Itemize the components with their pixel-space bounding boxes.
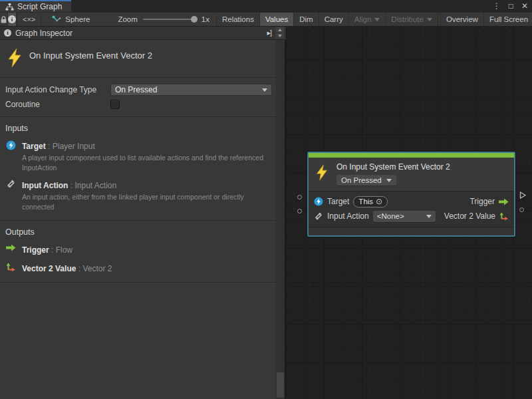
values-button[interactable]: Values <box>260 13 294 26</box>
target-input-port[interactable] <box>297 195 302 200</box>
graph-reference[interactable]: Sphere <box>41 13 100 26</box>
node-row-inputaction-vector2: Input Action <None> Vector 2 Value <box>314 209 509 223</box>
window-maximize-icon[interactable]: □ <box>507 1 515 11</box>
node-title-block: On Input System Event Vector 2 <box>0 40 277 78</box>
io-name: Vector 2 Value <box>22 264 76 273</box>
inspector-header: i Graph Inspector ▸] <box>0 27 286 40</box>
chevron-down-icon <box>374 18 380 21</box>
relations-button[interactable]: Relations <box>217 13 260 26</box>
tab-label: Script Graph <box>17 2 62 11</box>
zoom-slider-knob[interactable] <box>191 16 198 23</box>
list-item: Trigger : Flow <box>5 243 272 255</box>
flow-arrow-icon <box>499 198 509 205</box>
target-port-label: Target <box>327 197 349 206</box>
target-object-field[interactable]: This ⊙ <box>353 196 388 207</box>
input-action-port-label: Input Action <box>327 211 369 221</box>
tab-script-graph[interactable]: Script Graph <box>0 0 71 12</box>
code-view-icon: <×> <box>23 15 35 23</box>
dock-panel-icon[interactable]: ▸] <box>267 29 271 37</box>
player-input-icon <box>6 140 16 172</box>
io-description: An input action, either from the linked … <box>22 192 272 211</box>
object-picker-icon[interactable]: ⊙ <box>376 198 382 205</box>
flow-arrow-icon <box>6 244 16 255</box>
inspector-header-label: Graph Inspector <box>15 29 72 38</box>
outputs-header: Outputs <box>5 227 272 237</box>
node-accent-bar <box>309 153 514 158</box>
vector2-port-label: Vector 2 Value <box>444 211 495 221</box>
info-icon: i <box>8 15 16 23</box>
vector2-output-port[interactable] <box>519 207 524 212</box>
port-circle-icon <box>297 195 302 200</box>
full-screen-button[interactable]: Full Screen <box>484 13 532 26</box>
chevron-down-icon <box>426 215 432 218</box>
change-type-label: Input Action Change Type <box>5 85 110 94</box>
node-header[interactable]: On Input System Event Vector 2 On Presse… <box>309 158 514 192</box>
distribute-button: Distribute <box>386 13 438 26</box>
scroll-down-button[interactable] <box>275 33 284 39</box>
change-type-value: On Pressed <box>115 85 157 94</box>
port-circle-icon <box>297 209 302 213</box>
node-settings-block: Input Action Change Type On Pressed Coro… <box>0 78 277 117</box>
list-item: Target : Player Input A player input com… <box>5 140 272 172</box>
port-triangle-icon <box>519 191 527 200</box>
graph-node-icon <box>52 15 61 23</box>
io-name: Input Action <box>22 181 68 190</box>
trigger-output-port[interactable] <box>519 191 527 200</box>
graph-canvas[interactable]: On Input System Event Vector 2 On Presse… <box>286 27 532 399</box>
zoom-value: 1x <box>201 15 209 23</box>
lock-button[interactable] <box>0 13 8 26</box>
inspector-toggle-button[interactable]: i <box>8 13 17 26</box>
overview-button[interactable]: Overview <box>440 13 484 26</box>
toolbar-right-group: Relations Values Dim Carry Align Distrib… <box>216 13 532 26</box>
input-action-input-port[interactable] <box>297 209 302 213</box>
change-type-dropdown[interactable]: On Pressed <box>110 84 272 96</box>
carry-button[interactable]: Carry <box>319 13 349 26</box>
window-menu-icon[interactable]: ⋮ <box>491 1 502 11</box>
zoom-control: Zoom 1x <box>100 13 216 26</box>
node-ports-area: Target This ⊙ Trigger <box>309 192 514 227</box>
toolbar: i <×> Sphere Zoom 1x Relat <box>0 12 532 27</box>
io-name: Trigger <box>22 245 49 255</box>
scroll-up-button[interactable] <box>275 27 284 33</box>
inputs-header: Inputs <box>5 124 272 133</box>
coroutine-checkbox[interactable] <box>110 100 120 109</box>
on-input-system-event-node[interactable]: On Input System Event Vector 2 On Presse… <box>307 152 515 237</box>
graph-inspector-panel: i Graph Inspector ▸] On Input System Eve… <box>0 27 286 399</box>
outputs-section: Outputs Trigger : Flow <box>0 221 277 283</box>
input-action-icon <box>6 180 16 211</box>
code-view-button[interactable]: <×> <box>17 13 41 26</box>
triangle-up-icon <box>278 29 282 31</box>
io-type: Input Action <box>74 181 116 190</box>
player-input-icon <box>314 197 323 206</box>
node-footer <box>309 227 514 235</box>
list-item: Vector 2 Value : Vector 2 <box>5 262 272 274</box>
node-mode-dropdown[interactable]: On Pressed <box>336 175 396 186</box>
chevron-down-icon <box>262 88 267 92</box>
graph-name-label: Sphere <box>65 15 90 23</box>
inputs-section: Inputs Target : Player Input <box>0 117 277 221</box>
io-type: Vector 2 <box>82 264 112 273</box>
dim-button[interactable]: Dim <box>294 13 319 26</box>
input-action-dropdown[interactable]: <None> <box>373 211 436 222</box>
input-action-icon <box>314 212 323 220</box>
lock-icon <box>0 15 7 24</box>
chevron-down-icon <box>427 18 432 21</box>
io-name: Target <box>22 142 46 151</box>
zoom-label: Zoom <box>118 15 137 23</box>
zoom-slider[interactable] <box>143 19 196 20</box>
inspector-node-title: On Input System Event Vector 2 <box>29 48 152 61</box>
window-close-icon[interactable]: ✕ <box>520 1 529 11</box>
triangle-down-icon <box>278 35 282 37</box>
port-circle-icon <box>519 207 524 212</box>
scrollbar-thumb[interactable] <box>277 372 284 398</box>
list-item: Input Action : Input Action An input act… <box>5 179 272 211</box>
vector2-icon <box>499 212 509 221</box>
script-graph-window: Script Graph ⋮ □ ✕ i <×> <box>0 0 532 399</box>
node-title: On Input System Event Vector 2 <box>336 162 450 172</box>
info-icon: i <box>4 29 11 37</box>
inspector-body: On Input System Event Vector 2 Input Act… <box>0 40 277 399</box>
io-type: Player Input <box>53 142 95 151</box>
align-button: Align <box>349 13 386 26</box>
titlebar: Script Graph ⋮ □ ✕ <box>0 0 532 12</box>
io-type: Flow <box>56 245 72 255</box>
